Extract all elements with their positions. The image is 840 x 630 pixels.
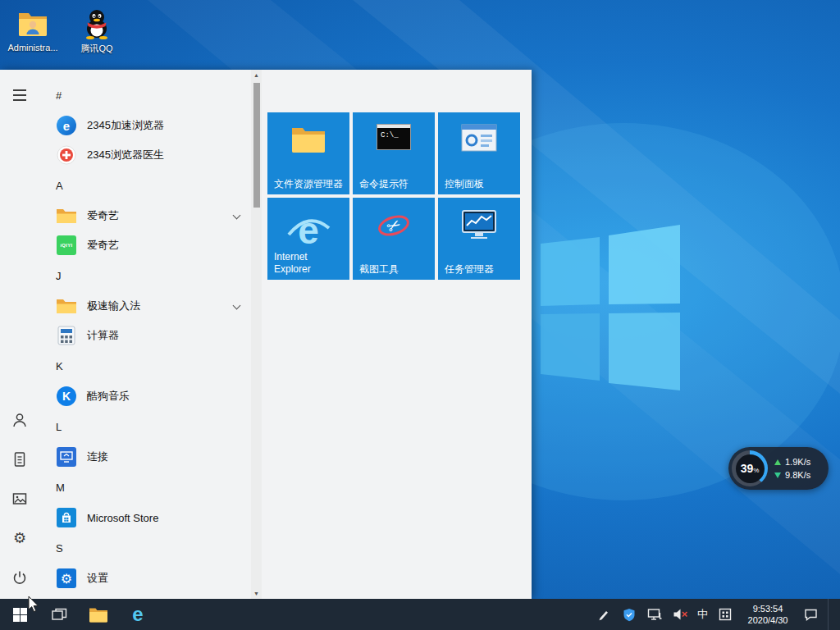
app-section-t[interactable]: T [39,593,251,599]
command-prompt-icon: C:\_ [353,124,435,150]
desktop-icon-area: Administra... 腾讯QQ [3,8,126,55]
app-section-k[interactable]: K [39,350,251,381]
scrollbar-thumb[interactable] [253,83,260,208]
settings-button[interactable]: ⚙ [0,518,39,558]
start-menu-tiles: 文件资源管理器 C:\_ 命令提示符 [262,70,532,599]
clock-time: 9:53:54 [742,603,793,614]
file-explorer-icon [89,606,108,623]
app-section-j[interactable]: J [39,260,251,291]
file-explorer-icon [267,124,349,153]
microsoft-store-icon [57,508,76,527]
app-folder-jisu-input[interactable]: 极速输入法 [39,291,251,321]
connect-icon [57,447,76,467]
settings-gear-icon: ⚙ [13,531,26,546]
app-folder-iqiyi[interactable]: 爱奇艺 [39,201,251,231]
app-section-l[interactable]: L [39,411,251,442]
tile-snipping-tool[interactable]: ✂ 截图工具 [353,198,435,280]
app-item-iqiyi[interactable]: iQIYI 爱奇艺 [39,231,251,260]
show-desktop-button[interactable] [828,599,832,630]
tile-label: 控制面板 [445,178,515,190]
app-item-2345-browser-doctor[interactable]: 2345浏览器医生 [39,140,251,170]
app-label: 2345加速浏览器 [87,118,164,133]
app-section-s[interactable]: S [39,532,251,564]
action-center-icon[interactable] [802,606,819,623]
input-language-indicator[interactable]: 中 [697,607,708,622]
chevron-down-icon [233,212,241,220]
tile-label: 文件资源管理器 [274,178,345,190]
pictures-button[interactable] [0,479,39,518]
gauge-percent-symbol: % [753,467,759,474]
taskbar-file-explorer-button[interactable] [79,599,118,630]
control-panel-icon [438,124,520,152]
section-letter: J [56,270,62,282]
app-section-a[interactable]: A [39,170,251,201]
tile-internet-explorer[interactable]: e Internet Explorer [267,198,349,280]
taskbar: e [0,599,840,630]
user-icon [11,412,28,428]
gauge-percent: 39 [741,462,754,475]
task-view-icon [52,608,67,622]
app-section-hash[interactable]: # [39,80,251,111]
tile-label: Internet Explorer [274,251,345,276]
scroll-up-arrow[interactable]: ▲ [251,70,262,80]
calculator-icon [56,325,77,346]
chevron-down-icon [233,302,241,310]
browser-doctor-icon [56,144,77,166]
tile-control-panel[interactable]: 控制面板 [438,112,520,194]
desktop-icon-label: 腾讯QQ [80,43,112,55]
pen-icon[interactable] [596,606,612,623]
section-letter: S [56,542,63,555]
app-item-microsoft-store[interactable]: Microsoft Store [39,503,251,532]
user-account-button[interactable] [0,400,39,440]
volume-muted-icon[interactable] [672,606,688,623]
app-item-calculator[interactable]: 计算器 [39,321,251,350]
tile-task-manager[interactable]: 任务管理器 [438,198,520,280]
desktop-icon-tencent-qq[interactable]: 腾讯QQ [67,8,126,55]
windows-start-icon [13,608,27,622]
app-section-m[interactable]: M [39,472,251,503]
section-letter: L [56,421,62,433]
app-item-settings[interactable]: ⚙ 设置 [39,564,251,593]
section-letter: M [56,482,65,494]
app-list-scrollbar[interactable]: ▲ ▼ [251,70,262,599]
folder-icon [56,295,77,317]
network-icon[interactable] [646,606,663,623]
start-button[interactable] [0,599,39,630]
task-view-button[interactable] [39,599,79,630]
section-letter: K [56,360,63,372]
expand-menu-button[interactable] [0,75,39,115]
tile-command-prompt[interactable]: C:\_ 命令提示符 [353,112,435,194]
app-label: Microsoft Store [87,512,158,524]
app-item-2345-browser[interactable]: e 2345加速浏览器 [39,111,251,140]
app-item-kugou-music[interactable]: K 酷狗音乐 [39,381,251,411]
taskbar-clock[interactable]: 9:53:54 2020/4/30 [742,603,793,626]
desktop: Administra... 腾讯QQ [0,0,840,630]
2345-browser-icon: e [57,116,76,135]
scroll-down-arrow[interactable]: ▼ [251,588,262,599]
documents-button[interactable] [0,440,39,479]
speed-readouts: 1.9K/s 9.8K/s [774,457,810,480]
security-shield-icon[interactable] [621,606,637,623]
taskbar-browser-button[interactable]: e [118,599,158,630]
section-letter: # [56,89,62,102]
cpu-usage-gauge: 39% [732,450,768,486]
tile-label: 截图工具 [359,263,430,276]
desktop-icon-administrator[interactable]: Administra... [3,8,62,55]
folder-icon [56,205,77,226]
start-menu-app-list: # e 2345加速浏览器 2345浏览器医生 A [39,70,251,599]
power-button[interactable] [0,558,39,597]
network-speed-widget[interactable]: 39% 1.9K/s 9.8K/s [728,447,829,490]
tile-file-explorer[interactable]: 文件资源管理器 [267,112,349,194]
clock-date: 2020/4/30 [742,614,793,626]
document-icon [11,451,28,468]
start-menu: ⚙ # e 2345加速浏览器 [0,70,532,599]
start-menu-rail: ⚙ [0,70,39,599]
app-label: 酷狗音乐 [87,389,130,404]
app-label: 连接 [87,450,108,464]
app-item-connect[interactable]: 连接 [39,442,251,472]
download-speed: 9.8K/s [785,470,810,480]
tile-label: 命令提示符 [359,178,430,190]
ime-mode-icon[interactable] [717,606,733,623]
app-label: 设置 [87,571,108,586]
pictures-icon [11,491,28,507]
